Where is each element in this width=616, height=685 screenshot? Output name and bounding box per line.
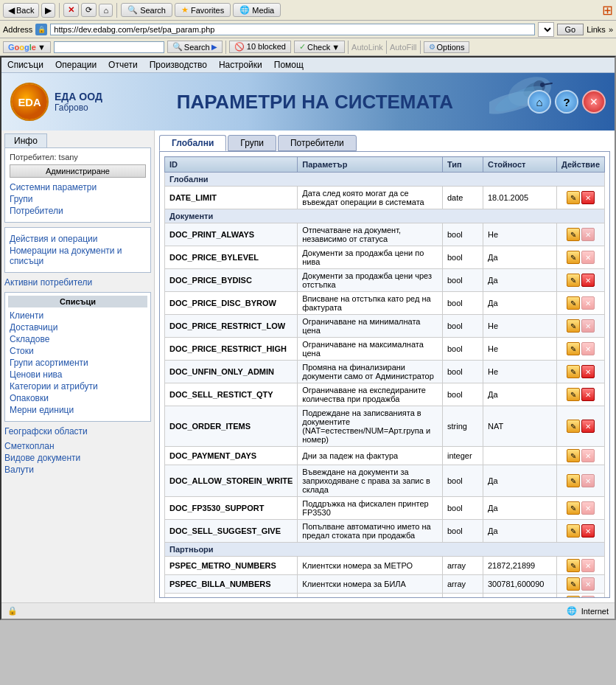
delete-param-button[interactable]: ✕: [581, 501, 595, 515]
address-dropdown[interactable]: [538, 22, 554, 37]
edit-param-button[interactable]: ✎: [567, 388, 580, 401]
param-type: bool: [443, 520, 483, 543]
tab-global[interactable]: Глобални: [159, 135, 226, 151]
sidebar-link-suppliers[interactable]: Доставчици: [10, 322, 146, 333]
home-app-button[interactable]: ⌂: [528, 90, 551, 114]
admin-button[interactable]: Администриране: [10, 164, 146, 178]
delete-param-button[interactable]: ✕: [581, 388, 595, 401]
delete-param-button[interactable]: ✕: [581, 420, 595, 433]
edit-param-button[interactable]: ✎: [567, 319, 580, 333]
param-value: NAT: [483, 406, 557, 447]
sidebar-link-goods[interactable]: Стоки: [10, 346, 146, 356]
sidebar-link-categories[interactable]: Категории и атрибути: [10, 381, 146, 392]
tab-groups[interactable]: Групи: [228, 135, 276, 151]
table-row: DOC_FP3530_SUPPORTПоддръжка на фискален …: [165, 497, 605, 520]
edit-param-button[interactable]: ✎: [567, 251, 580, 264]
sidebar-link-numbering[interactable]: Номерации на документи и списъци: [10, 246, 146, 266]
delete-param-button[interactable]: ✕: [581, 596, 595, 598]
back-button[interactable]: ◀ Back: [3, 3, 39, 18]
sidebar-link-price-levels[interactable]: Ценови нива: [10, 369, 146, 380]
edit-param-button[interactable]: ✎: [567, 274, 580, 287]
delete-param-button[interactable]: ✕: [581, 449, 595, 462]
edit-param-button[interactable]: ✎: [567, 191, 580, 204]
param-actions: ✎✕: [557, 497, 605, 520]
go-button[interactable]: Go: [557, 24, 584, 35]
delete-param-button[interactable]: ✕: [581, 342, 595, 355]
google-search-input[interactable]: [54, 41, 164, 53]
param-type: array: [443, 557, 483, 575]
sidebar-link-group-assortments[interactable]: Групи асортименти: [10, 358, 146, 368]
forward-icon: ▶: [45, 5, 52, 15]
info-tab[interactable]: Инфо: [4, 133, 47, 147]
sidebar-link-warehouses[interactable]: Складове: [10, 334, 146, 344]
param-value: Да: [483, 383, 557, 406]
delete-param-button[interactable]: ✕: [581, 191, 595, 204]
sidebar-link-geo[interactable]: Географски области: [4, 426, 151, 437]
edit-param-button[interactable]: ✎: [567, 296, 580, 310]
toolbar-separator-3: [225, 41, 226, 54]
delete-param-button[interactable]: ✕: [581, 577, 595, 591]
param-id: PSPEC_BILLA_NUMBERS: [165, 575, 298, 594]
sidebar-link-packaging[interactable]: Опаковки: [10, 393, 146, 403]
options-button[interactable]: ⚙ Options: [424, 41, 470, 53]
edit-param-button[interactable]: ✎: [567, 559, 580, 572]
menu-item-lists[interactable]: Списъци: [7, 60, 43, 70]
param-value: 607,222222: [483, 594, 557, 599]
edit-param-button[interactable]: ✎: [567, 596, 580, 598]
delete-param-button[interactable]: ✕: [581, 474, 595, 487]
edit-param-button[interactable]: ✎: [567, 449, 580, 462]
favorites-button[interactable]: ★ Favorites: [175, 3, 231, 17]
home-browser-button[interactable]: ⌂: [99, 4, 113, 17]
sidebar-link-actions[interactable]: Действия и операции: [10, 234, 146, 244]
delete-param-button[interactable]: ✕: [581, 251, 595, 264]
separator-2: [116, 3, 117, 18]
blocked-button[interactable]: 🚫 10 blocked: [229, 41, 291, 53]
delete-param-button[interactable]: ✕: [581, 228, 595, 241]
menu-item-settings[interactable]: Настройки: [219, 60, 262, 70]
help-app-button[interactable]: ?: [555, 90, 578, 114]
sidebar: Инфо Потребител: tsany Администриране Си…: [1, 131, 155, 602]
menu-item-reports[interactable]: Отчети: [108, 60, 138, 70]
edit-param-button[interactable]: ✎: [567, 524, 580, 538]
delete-param-button[interactable]: ✕: [581, 365, 595, 378]
sidebar-link-units[interactable]: Мерни единици: [10, 405, 146, 415]
media-button[interactable]: 🌐 Media: [233, 3, 281, 17]
edit-param-button[interactable]: ✎: [567, 228, 580, 241]
tab-users[interactable]: Потребители: [278, 135, 357, 151]
exit-app-button[interactable]: ✕: [582, 90, 606, 114]
menu-item-operations[interactable]: Операции: [55, 60, 97, 70]
geo-section: Географски области: [4, 426, 151, 437]
edit-param-button[interactable]: ✎: [567, 420, 580, 433]
sidebar-link-users[interactable]: Потребители: [10, 206, 146, 216]
menu-item-production[interactable]: Производство: [150, 60, 207, 70]
forward-button[interactable]: ▶: [41, 3, 55, 18]
delete-param-button[interactable]: ✕: [581, 524, 595, 538]
delete-param-button[interactable]: ✕: [581, 274, 595, 287]
edit-param-button[interactable]: ✎: [567, 577, 580, 591]
edit-param-button[interactable]: ✎: [567, 365, 580, 378]
stop-button[interactable]: ✕: [63, 3, 79, 17]
refresh-button[interactable]: ⟳: [81, 3, 97, 17]
edit-param-button[interactable]: ✎: [567, 342, 580, 355]
autolink-button[interactable]: AutoLink: [351, 43, 383, 52]
sidebar-link-chart-of-accounts[interactable]: Сметкоплан: [4, 441, 151, 451]
delete-param-button[interactable]: ✕: [581, 296, 595, 310]
sidebar-link-doc-types[interactable]: Видове документи: [4, 453, 151, 463]
google-button[interactable]: Google ▼: [3, 41, 51, 53]
lists-section-label: Списъци: [8, 296, 147, 307]
autofill-button[interactable]: AutoFill: [390, 43, 417, 52]
sidebar-link-currencies[interactable]: Валути: [4, 465, 151, 475]
edit-param-button[interactable]: ✎: [567, 474, 580, 487]
menu-item-help[interactable]: Помощ: [274, 60, 304, 70]
sidebar-link-active-users[interactable]: Активни потребители: [4, 277, 151, 288]
delete-param-button[interactable]: ✕: [581, 319, 595, 333]
google-search-button[interactable]: 🔍 Search ▶: [167, 41, 223, 53]
search-toolbar-button[interactable]: 🔍 Search: [121, 3, 172, 17]
edit-param-button[interactable]: ✎: [567, 501, 580, 515]
sidebar-link-clients[interactable]: Клиенти: [10, 310, 146, 321]
sidebar-link-system-params[interactable]: Системни параметри: [10, 182, 146, 192]
address-input[interactable]: [50, 24, 534, 35]
delete-param-button[interactable]: ✕: [581, 559, 595, 572]
check-button[interactable]: ✓ Check ▼: [294, 41, 345, 53]
sidebar-link-groups[interactable]: Групи: [10, 194, 146, 204]
